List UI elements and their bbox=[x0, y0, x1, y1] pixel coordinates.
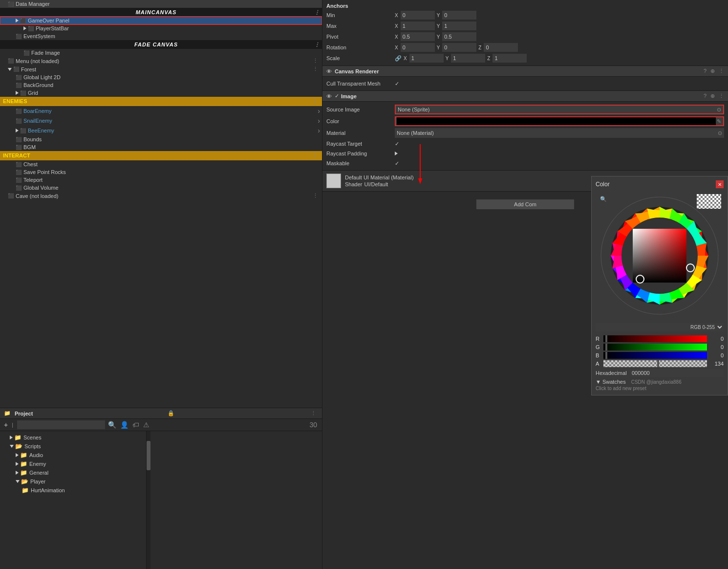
add-component-button[interactable]: Add Com bbox=[476, 199, 574, 209]
folder-hurtanimation[interactable]: 📁 HurtAnimation bbox=[0, 486, 146, 495]
settings-icon[interactable]: ⊕ bbox=[710, 68, 715, 74]
hierarchy-item-fade-image[interactable]: ⬛ Fade Image bbox=[0, 49, 322, 57]
hierarchy-item-chest[interactable]: ⬛ Chest bbox=[0, 160, 322, 168]
scrollbar-thumb[interactable] bbox=[147, 441, 150, 470]
three-dots-enemies[interactable]: ⋮ bbox=[310, 98, 319, 105]
hierarchy-item-snail-enemy[interactable]: ⬛ SnailEnemy › bbox=[0, 116, 322, 126]
rotation-x-input[interactable] bbox=[401, 43, 435, 52]
expand-arrow[interactable] bbox=[395, 152, 398, 155]
folder-scripts[interactable]: 📂 Scripts bbox=[0, 442, 146, 451]
color-wheel-area[interactable]: 🔍 bbox=[596, 192, 723, 319]
eyedropper-icon[interactable]: ✎ bbox=[717, 118, 721, 125]
hierarchy-item-data-manager[interactable]: ⬛ Data Manager bbox=[0, 0, 322, 8]
folder-general[interactable]: 📁 General bbox=[0, 468, 146, 477]
scale-x-input[interactable] bbox=[409, 54, 444, 63]
add-button[interactable]: + bbox=[4, 421, 8, 429]
hierarchy-item-bee-enemy[interactable]: ⬛ BeeEnemy › bbox=[0, 126, 322, 135]
project-three-dots[interactable]: ⋮ bbox=[309, 410, 318, 416]
hierarchy-item-global-volume[interactable]: ⬛ Global Volume bbox=[0, 184, 322, 192]
g-slider-thumb[interactable] bbox=[605, 344, 607, 350]
hierarchy-item-eventsystem[interactable]: ⬛ EventSystem bbox=[0, 32, 322, 40]
three-dots-interact[interactable]: ⋮ bbox=[310, 153, 319, 159]
scale-z-input[interactable] bbox=[492, 54, 527, 63]
expand-arrow[interactable] bbox=[16, 462, 19, 466]
a-slider-thumb[interactable] bbox=[657, 360, 659, 367]
more-icon[interactable]: ⋮ bbox=[719, 93, 724, 99]
expand-arrow[interactable] bbox=[16, 129, 19, 132]
hierarchy-scroll[interactable]: ⬛ Data Manager MAINCANVAS ⋮ ⬛ GameOver P… bbox=[0, 0, 322, 408]
folder-audio[interactable]: 📁 Audio bbox=[0, 451, 146, 460]
person-icon[interactable]: 👤 bbox=[119, 421, 129, 429]
hierarchy-item-menu[interactable]: ⬛ Menu (not loaded) ⋮ bbox=[0, 57, 322, 65]
max-y-input[interactable] bbox=[442, 22, 476, 30]
help-icon[interactable]: ? bbox=[704, 93, 707, 99]
folder-scrollbar[interactable] bbox=[147, 431, 150, 569]
eyedropper-tool[interactable]: 🔍 bbox=[600, 196, 607, 202]
image-header[interactable]: 👁 ✓ Image ? ⊕ ⋮ bbox=[322, 91, 728, 102]
rotation-z-input[interactable] bbox=[484, 43, 518, 52]
expand-arrow[interactable] bbox=[10, 436, 13, 439]
expand-arrow[interactable] bbox=[23, 26, 26, 30]
search-filter-icon[interactable]: 🔍 bbox=[107, 421, 117, 429]
hierarchy-item-teleport[interactable]: ⬛ Teleport bbox=[0, 176, 322, 184]
three-dots-menu[interactable]: ⋮ bbox=[311, 58, 320, 64]
folder-enemy[interactable]: 📁 Enemy bbox=[0, 460, 146, 468]
collapse-arrow[interactable] bbox=[10, 445, 14, 448]
folder-player[interactable]: 📂 Player bbox=[0, 477, 146, 486]
image-check[interactable]: ✓ bbox=[335, 93, 339, 99]
hierarchy-item-cave[interactable]: ⬛ Cave (not loaded) ⋮ bbox=[0, 192, 322, 200]
r-slider-thumb[interactable] bbox=[605, 335, 607, 342]
three-dots-cave[interactable]: ⋮ bbox=[311, 193, 320, 199]
tag-icon[interactable]: 🏷 bbox=[131, 421, 140, 429]
hierarchy-item-bgm[interactable]: ⬛ BGM bbox=[0, 143, 322, 151]
rgb-mode-select[interactable]: RGB 0-255 bbox=[596, 323, 724, 331]
source-image-field[interactable]: None (Sprite) ⊙ bbox=[395, 105, 724, 114]
b-slider-thumb[interactable] bbox=[605, 352, 607, 359]
hierarchy-item-gameover-panel[interactable]: ⬛ GameOver Panel bbox=[0, 17, 322, 24]
hierarchy-item-forest[interactable]: ⬛ Forest ⋮ bbox=[0, 65, 322, 73]
alert-icon[interactable]: ⚠ bbox=[142, 421, 150, 429]
hierarchy-item-save-point-rocks[interactable]: ⬛ Save Point Rocks bbox=[0, 168, 322, 176]
color-wheel-svg[interactable] bbox=[596, 192, 723, 319]
hierarchy-item-playerstatbar[interactable]: ⬛ PlayerStatBar bbox=[0, 24, 322, 32]
search-input[interactable] bbox=[17, 420, 105, 429]
material-circle-icon[interactable]: ⊙ bbox=[718, 130, 722, 136]
hierarchy-item-boar-enemy[interactable]: ⬛ BoarEnemy › bbox=[0, 106, 322, 116]
hierarchy-item-grid[interactable]: ⬛ Grid bbox=[0, 89, 322, 97]
expand-arrow[interactable] bbox=[16, 471, 19, 475]
expand-arrow[interactable] bbox=[16, 19, 19, 22]
min-y-input[interactable] bbox=[442, 11, 476, 20]
r-slider-track[interactable] bbox=[603, 335, 707, 342]
pivot-x-input[interactable] bbox=[401, 32, 435, 41]
material-field[interactable]: None (Material) ⊙ bbox=[395, 128, 724, 138]
pivot-y-input[interactable] bbox=[442, 32, 476, 41]
arrow-right-icon[interactable]: › bbox=[318, 127, 320, 134]
g-slider-track[interactable] bbox=[603, 344, 707, 350]
a-slider-track[interactable] bbox=[603, 360, 707, 367]
swatches-click[interactable]: Click to add new preset bbox=[596, 386, 724, 391]
more-icon[interactable]: ⋮ bbox=[719, 68, 724, 74]
color-field[interactable]: ✎ bbox=[395, 116, 724, 126]
three-dots-forest[interactable]: ⋮ bbox=[311, 66, 320, 72]
help-icon[interactable]: ? bbox=[704, 68, 707, 74]
collapse-arrow[interactable] bbox=[8, 68, 12, 71]
collapse-arrow[interactable] bbox=[16, 480, 20, 483]
folder-scenes[interactable]: 📁 Scenes bbox=[0, 433, 146, 442]
expand-arrow[interactable] bbox=[16, 91, 19, 95]
b-slider-track[interactable] bbox=[603, 352, 707, 359]
canvas-renderer-header[interactable]: 👁 Canvas Renderer ? ⊕ ⋮ bbox=[322, 66, 728, 77]
scale-y-input[interactable] bbox=[451, 54, 485, 63]
settings-icon[interactable]: ⊕ bbox=[710, 93, 715, 99]
color-picker-close-button[interactable]: ✕ bbox=[716, 180, 724, 188]
max-x-input[interactable] bbox=[401, 22, 435, 30]
hierarchy-item-bounds[interactable]: ⬛ Bounds bbox=[0, 135, 322, 143]
hierarchy-item-background[interactable]: ⬛ BackGround bbox=[0, 81, 322, 89]
rotation-y-input[interactable] bbox=[442, 43, 476, 52]
swatches-toggle[interactable]: ▼ Swatches bbox=[596, 379, 626, 385]
arrow-right-icon[interactable]: › bbox=[318, 107, 320, 115]
min-x-input[interactable] bbox=[401, 11, 435, 20]
three-dots-fadecanvas[interactable]: ⋮ bbox=[312, 42, 322, 48]
three-dots-maincanvas[interactable]: ⋮ bbox=[312, 9, 322, 16]
hierarchy-item-global-light[interactable]: ⬛ Global Light 2D bbox=[0, 73, 322, 81]
hex-input[interactable] bbox=[630, 369, 724, 377]
